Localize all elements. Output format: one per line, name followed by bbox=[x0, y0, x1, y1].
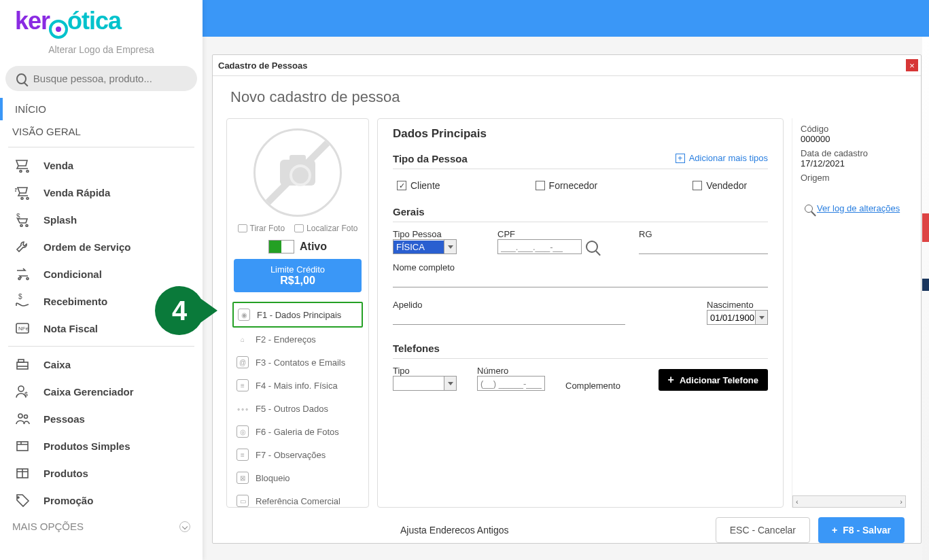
home-icon: ⌂ bbox=[236, 333, 249, 345]
cpf-search-icon[interactable] bbox=[586, 241, 598, 253]
svg-rect-10 bbox=[17, 442, 28, 451]
origem-label: Origem bbox=[801, 173, 907, 183]
left-column: Tirar Foto Localizar Foto Ativo Limite C… bbox=[226, 118, 369, 508]
sidebar-item-label: Caixa Gerenciador bbox=[43, 386, 134, 398]
cart-icon bbox=[14, 157, 31, 173]
cancel-button[interactable]: ESC - Cancelar bbox=[716, 517, 810, 543]
exchange-icon bbox=[14, 266, 31, 282]
mais-opcoes[interactable]: MAIS OPÇÕES bbox=[0, 514, 203, 539]
sidebar-item-produtos[interactable]: Produtos bbox=[0, 459, 203, 487]
nav-visao-geral[interactable]: VISÃO GERAL bbox=[0, 120, 203, 143]
tab-dados-principais[interactable]: ◉F1 - Dados Principais bbox=[232, 302, 363, 328]
ativo-label: Ativo bbox=[300, 241, 327, 253]
tel-numero-input[interactable] bbox=[477, 376, 545, 391]
fornecedor-checkbox[interactable]: Fornecedor bbox=[536, 180, 598, 191]
limite-label: Limite Crédito bbox=[234, 264, 362, 275]
tel-tipo-label: Tipo bbox=[393, 366, 457, 376]
add-more-types-link[interactable]: +Adicionar mais tipos bbox=[676, 153, 768, 163]
sidebar-item-condicional[interactable]: Condicional bbox=[0, 260, 203, 287]
data-cadastro-label: Data de cadastro bbox=[801, 148, 907, 158]
search-input[interactable] bbox=[33, 73, 186, 84]
alter-logo-link[interactable]: Alterar Logo da Empresa bbox=[15, 44, 188, 55]
sidebar-item-venda[interactable]: Venda bbox=[0, 152, 203, 179]
tab-enderecos[interactable]: ⌂F2 - Endereços bbox=[232, 328, 363, 351]
tel-tipo-select[interactable] bbox=[393, 376, 457, 391]
rg-input[interactable] bbox=[639, 239, 768, 254]
tab-observacoes[interactable]: ≡F7 - Observações bbox=[232, 443, 363, 466]
codigo-value: 000000 bbox=[801, 134, 907, 144]
ajusta-enderecos-link[interactable]: Ajusta Enderecos Antigos bbox=[400, 525, 509, 536]
close-button[interactable]: × bbox=[906, 59, 918, 71]
sidebar-item-caixa-gerenciador[interactable]: $ Caixa Gerenciador bbox=[0, 378, 203, 405]
camera-icon: ◎ bbox=[236, 425, 249, 438]
ativo-toggle[interactable] bbox=[268, 240, 294, 253]
tipo-pessoa-heading: Tipo da Pessoa bbox=[393, 153, 468, 164]
sidebar-item-caixa[interactable]: Caixa bbox=[0, 351, 203, 378]
at-icon: @ bbox=[236, 356, 249, 368]
plus-icon: + bbox=[668, 374, 674, 386]
sidebar-item-produtos-simples[interactable]: Produtos Simples bbox=[0, 432, 203, 459]
sidebar-item-label: Promoção bbox=[43, 495, 93, 506]
save-button[interactable]: +F8 - Salvar bbox=[818, 517, 905, 543]
localizar-foto-button[interactable]: Localizar Foto bbox=[294, 224, 357, 233]
sidebar-item-label: Nota Fiscal bbox=[43, 323, 98, 334]
wrench-icon bbox=[14, 239, 31, 255]
cart-fast-icon bbox=[14, 184, 31, 200]
topbar bbox=[203, 0, 929, 37]
search-icon bbox=[805, 205, 813, 213]
sidebar-item-splash[interactable]: $ Splash bbox=[0, 206, 203, 233]
svg-text:NFe: NFe bbox=[18, 326, 29, 332]
dialog-title: Cadastro de Pessoas bbox=[218, 60, 308, 71]
tab-outros-dados[interactable]: ∘∘∘F5 - Outros Dados bbox=[232, 397, 363, 420]
info-icon: ≡ bbox=[236, 379, 249, 391]
svg-point-6 bbox=[18, 386, 24, 391]
sidebar-item-promocao[interactable]: Promoção bbox=[0, 487, 203, 514]
tutorial-callout-4: 4 bbox=[155, 286, 217, 335]
tab-contatos[interactable]: @F3 - Contatos e Emails bbox=[232, 351, 363, 374]
dollar-cart-icon: $ bbox=[14, 211, 31, 228]
sidebar-item-pessoas[interactable]: Pessoas bbox=[0, 405, 203, 432]
data-cadastro-value: 17/12/2021 bbox=[801, 158, 907, 169]
sidebar-item-label: Produtos Simples bbox=[43, 440, 130, 452]
tipo-pessoa-select[interactable]: FÍSICA bbox=[393, 239, 457, 254]
vendedor-checkbox[interactable]: Vendedor bbox=[693, 180, 747, 191]
main-form: Dados Principais Tipo da Pessoa +Adicion… bbox=[377, 118, 784, 508]
tipo-pessoa-label: Tipo Pessoa bbox=[393, 229, 457, 239]
nome-input[interactable] bbox=[393, 273, 768, 287]
sidebar: kerótica Alterar Logo da Empresa INÍCIO … bbox=[0, 0, 203, 560]
camera-icon bbox=[280, 160, 315, 186]
apelido-input[interactable] bbox=[393, 310, 625, 325]
nav-inicio[interactable]: INÍCIO bbox=[0, 98, 203, 120]
tel-numero-label: Número bbox=[477, 366, 545, 376]
sidebar-item-label: Venda Rápida bbox=[43, 187, 110, 198]
tab-mais-info[interactable]: ≡F4 - Mais info. Física bbox=[232, 374, 363, 397]
sidebar-item-label: Caixa bbox=[43, 359, 71, 370]
cliente-checkbox[interactable]: ✓Cliente bbox=[397, 180, 440, 191]
svg-text:$: $ bbox=[24, 391, 28, 398]
right-info-panel: Código 000000 Data de cadastro 17/12/202… bbox=[792, 118, 914, 508]
limite-credito-button[interactable]: Limite Crédito R$1,00 bbox=[234, 259, 362, 292]
global-search[interactable] bbox=[5, 66, 197, 91]
sidebar-item-label: Splash bbox=[43, 214, 77, 226]
chevron-down-icon bbox=[755, 311, 767, 324]
svg-rect-5 bbox=[18, 360, 24, 362]
tirar-foto-button[interactable]: Tirar Foto bbox=[238, 224, 285, 233]
ativo-toggle-row: Ativo bbox=[227, 240, 368, 253]
telefones-heading: Telefones bbox=[393, 343, 768, 354]
cash-register-icon bbox=[14, 356, 31, 372]
tab-galeria[interactable]: ◎F6 - Galeria de Fotos bbox=[232, 420, 363, 443]
log-alteracoes-link[interactable]: Ver log de alterações bbox=[801, 203, 907, 213]
sidebar-item-ordem-servico[interactable]: Ordem de Serviço bbox=[0, 233, 203, 260]
cpf-input[interactable] bbox=[497, 239, 582, 254]
tab-referencia[interactable]: ▭Referência Comercial bbox=[232, 489, 363, 512]
svg-point-8 bbox=[18, 414, 22, 418]
photo-placeholder[interactable] bbox=[253, 128, 342, 217]
sidebar-item-venda-rapida[interactable]: Venda Rápida bbox=[0, 179, 203, 206]
horizontal-scrollbar[interactable]: ‹› bbox=[792, 495, 906, 508]
add-phone-button[interactable]: +Adicionar Telefone bbox=[659, 369, 768, 391]
nascimento-input[interactable]: 01/01/1900 bbox=[707, 310, 768, 325]
callout-arrow-icon bbox=[198, 297, 217, 324]
note-icon: ≡ bbox=[236, 449, 249, 461]
tab-bloqueio[interactable]: ⊠Bloqueio bbox=[232, 466, 363, 489]
cadastro-pessoas-dialog: Cadastro de Pessoas × Novo cadastro de p… bbox=[212, 54, 922, 544]
